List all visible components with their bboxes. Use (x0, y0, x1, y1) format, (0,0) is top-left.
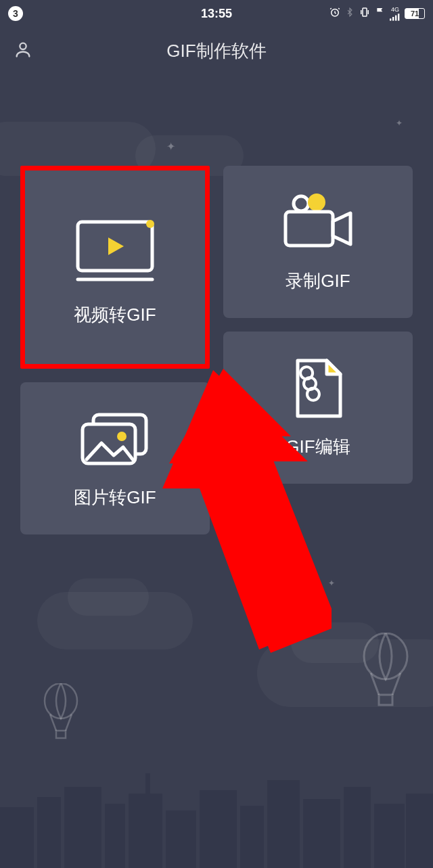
signal-icon: 4G (390, 7, 401, 21)
svg-rect-26 (37, 797, 61, 868)
svg-point-23 (45, 683, 77, 718)
svg-rect-32 (200, 790, 237, 868)
svg-rect-33 (240, 806, 264, 868)
svg-rect-4 (395, 15, 396, 20)
file-edit-icon (288, 357, 348, 421)
star-decoration: ✦ (328, 578, 335, 588)
card-label: GIF编辑 (286, 435, 350, 459)
balloon-decoration (41, 683, 81, 743)
status-time: 13:55 (201, 7, 232, 21)
images-icon (74, 408, 156, 472)
svg-rect-28 (105, 804, 125, 868)
alarm-icon (329, 6, 341, 22)
video-screen-icon (68, 208, 162, 290)
svg-rect-3 (392, 17, 394, 21)
card-label: 录制GIF (286, 269, 350, 293)
svg-point-21 (364, 633, 407, 679)
svg-point-10 (294, 196, 309, 211)
svg-rect-22 (379, 695, 392, 705)
feature-grid: 视频转GIF 录制GIF 图片转GIF (20, 166, 413, 534)
svg-rect-2 (390, 18, 391, 20)
video-camera-icon (277, 191, 359, 256)
app-header: GIF制作软件 (0, 27, 433, 74)
bluetooth-icon (345, 6, 355, 22)
svg-rect-35 (303, 799, 340, 868)
star-decoration: ✦ (396, 118, 403, 128)
card-record-gif[interactable]: 录制GIF (223, 166, 413, 318)
svg-rect-25 (0, 807, 34, 868)
svg-rect-27 (64, 787, 101, 868)
svg-rect-36 (344, 787, 371, 868)
svg-rect-1 (363, 8, 367, 16)
page-title: GIF制作软件 (166, 39, 266, 63)
svg-point-6 (20, 43, 26, 49)
svg-rect-34 (267, 780, 300, 868)
status-left: 3 (8, 6, 23, 21)
svg-rect-24 (56, 731, 66, 738)
profile-icon[interactable] (14, 40, 32, 62)
card-gif-edit[interactable]: GIF编辑 (223, 332, 413, 484)
svg-point-9 (146, 220, 154, 228)
card-label: 视频转GIF (74, 303, 156, 327)
svg-rect-31 (166, 810, 196, 868)
svg-rect-12 (286, 212, 333, 246)
svg-rect-5 (398, 14, 399, 20)
svg-rect-37 (374, 804, 405, 868)
card-image-to-gif[interactable]: 图片转GIF (20, 382, 210, 534)
notification-badge: 3 (8, 6, 23, 21)
svg-rect-29 (129, 794, 162, 868)
balloon-decoration (359, 633, 413, 710)
svg-point-11 (308, 193, 325, 211)
cloud-decoration (68, 578, 149, 616)
battery-percent: 71 (405, 8, 425, 19)
status-right: 4G 71 (329, 6, 425, 22)
location-flag-icon (375, 6, 386, 22)
star-decoration: ✦ (166, 140, 175, 153)
vibrate-icon (359, 6, 371, 22)
svg-rect-38 (406, 794, 433, 868)
card-label: 图片转GIF (74, 486, 156, 509)
card-video-to-gif[interactable]: 视频转GIF (20, 166, 210, 369)
status-bar: 3 13:55 4G 71 (0, 0, 433, 27)
svg-point-15 (117, 432, 127, 441)
battery-icon: 71 (405, 8, 425, 19)
svg-marker-30 (145, 773, 150, 794)
skyline-decoration (0, 767, 433, 868)
